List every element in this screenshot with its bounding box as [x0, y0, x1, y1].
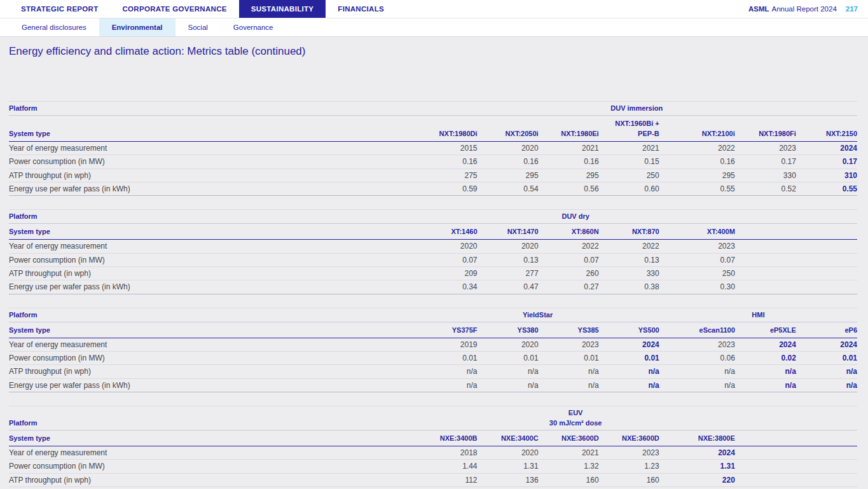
system-type-header: NXT:1960Bi + PEP-B	[599, 115, 659, 141]
tab-environmental[interactable]: Environmental	[99, 18, 176, 36]
metric-value: 0.34	[416, 280, 477, 294]
metric-value: 330	[599, 267, 659, 280]
metric-value	[735, 280, 796, 294]
metric-value: 0.06	[659, 352, 735, 365]
metric-value: 0.07	[659, 253, 735, 266]
metric-value: 2021	[539, 446, 599, 460]
metric-value: 0.16	[659, 155, 735, 169]
metric-value	[796, 446, 857, 460]
page-title: Energy efficiency and climate action: Me…	[0, 45, 868, 58]
system-type-header: NXT:2050i	[478, 115, 539, 141]
table-row: Year of energy measurement20182020202120…	[9, 446, 857, 460]
metric-row-label: ATP throughput (in wph)	[9, 267, 416, 280]
platform-row-label: Platform	[9, 210, 416, 224]
metrics-table-yieldstar-hmi: PlatformYieldStarHMISystem typeYS375FYS3…	[9, 308, 868, 392]
nav-financials[interactable]: FINANCIALS	[326, 0, 396, 18]
metric-value: 2020	[478, 141, 539, 155]
nav-sustainability[interactable]: SUSTAINABILITY	[239, 0, 326, 18]
metric-value: 2024	[735, 338, 796, 351]
metric-row-label: ATP throughput (in wph)	[9, 365, 416, 378]
metric-value: n/a	[478, 378, 539, 392]
table-row: Power consumption (in MW)0.010.010.010.0…	[9, 352, 857, 365]
metric-row-label: Year of energy measurement	[9, 446, 416, 460]
platform-row-label: Platform	[9, 406, 416, 430]
metric-value: 209	[416, 267, 477, 280]
tab-social[interactable]: Social	[176, 18, 221, 36]
system-type-header: NXT:2100i	[659, 115, 735, 141]
system-type-header: NXT:1470	[478, 224, 539, 240]
metric-row-label: Year of energy measurement	[9, 141, 416, 155]
metric-value: 0.55	[659, 182, 735, 195]
metric-value: 0.07	[416, 253, 477, 266]
metric-value: 2024	[796, 338, 857, 351]
system-type-header: NXT:2150	[796, 115, 857, 141]
metric-value: 0.17	[796, 155, 857, 169]
metric-value: 250	[659, 267, 735, 280]
metric-value: n/a	[539, 378, 599, 392]
metric-row-label: Power consumption (in MW)	[9, 352, 416, 365]
table-row: Energy use per wafer pass (in kWh)0.590.…	[9, 182, 857, 195]
metric-row-label: Power consumption (in MW)	[9, 155, 416, 169]
metric-value: 2024	[599, 338, 659, 351]
metric-value: 2023	[539, 338, 599, 351]
metric-row-label: Energy use per wafer pass (in kWh)	[9, 280, 416, 294]
metric-value: 250	[599, 169, 659, 182]
metric-value: 2018	[416, 446, 477, 460]
metric-value: 0.15	[599, 155, 659, 169]
metric-value: 0.01	[599, 352, 659, 365]
nav-corporate-governance[interactable]: CORPORATE GOVERNANCE	[111, 0, 239, 18]
metric-value: 2024	[659, 446, 735, 460]
metric-value: 2021	[599, 141, 659, 155]
platform-group-name: DUV immersion	[416, 102, 857, 116]
system-type-header: XT:860N	[539, 224, 599, 240]
tab-general-disclosures[interactable]: General disclosures	[9, 18, 99, 36]
system-type-header: NXT:870	[599, 224, 659, 240]
table-row: Energy use per wafer pass (in kWh)0.340.…	[9, 280, 857, 294]
system-type-header: NXE:3400B	[416, 430, 477, 446]
metric-value	[796, 460, 857, 473]
table-row: ATP throughput (in wph)209277260330250	[9, 267, 857, 280]
top-nav: STRATEGIC REPORT CORPORATE GOVERNANCE SU…	[0, 0, 868, 18]
metric-value: 0.01	[539, 352, 599, 365]
metric-value: n/a	[735, 378, 796, 392]
metric-value: 2023	[659, 240, 735, 253]
metric-value: 0.13	[599, 253, 659, 266]
metric-value	[796, 280, 857, 294]
tab-governance[interactable]: Governance	[221, 18, 286, 36]
platform-row-label: Platform	[9, 102, 416, 116]
brand-name: ASML	[748, 5, 769, 13]
metric-value: 160	[599, 473, 659, 486]
metric-value: 275	[416, 169, 477, 182]
metric-row-label: Energy use per wafer pass (in kWh)	[9, 182, 416, 195]
table-row: Power consumption (in MW)1.441.311.321.2…	[9, 460, 857, 473]
metric-value: 0.01	[796, 352, 857, 365]
metrics-table-duv-immersion: PlatformDUV immersionSystem typeNXT:1980…	[9, 101, 868, 196]
system-type-header	[735, 224, 796, 240]
metric-value: 2023	[735, 141, 796, 155]
metric-value: 2023	[659, 338, 735, 351]
metric-value: 0.38	[599, 280, 659, 294]
metric-value: 2019	[416, 338, 477, 351]
system-type-header: YS385	[539, 322, 599, 338]
metric-value: 1.32	[539, 460, 599, 473]
system-type-header: YS380	[478, 322, 539, 338]
system-type-header: NXT:1980Di	[416, 115, 477, 141]
metric-value	[796, 240, 857, 253]
metric-value: n/a	[478, 365, 539, 378]
metric-value: 2020	[416, 240, 477, 253]
metric-value: 295	[539, 169, 599, 182]
system-type-header: eP6	[796, 322, 857, 338]
metric-value	[796, 253, 857, 266]
system-type-row-label: System type	[9, 430, 416, 446]
platform-group-name: DUV dry	[416, 210, 734, 224]
metric-value: 1.23	[599, 460, 659, 473]
metric-value: 136	[478, 473, 539, 486]
system-type-header: YS375F	[416, 322, 477, 338]
metric-value: 0.16	[539, 155, 599, 169]
metric-value: 0.47	[478, 280, 539, 294]
nav-strategic-report[interactable]: STRATEGIC REPORT	[9, 0, 111, 18]
table-row: Year of energy measurement20152020202120…	[9, 141, 857, 155]
sub-nav: General disclosures Environmental Social…	[0, 18, 868, 37]
metric-value	[735, 446, 796, 460]
metric-value: 2022	[599, 240, 659, 253]
